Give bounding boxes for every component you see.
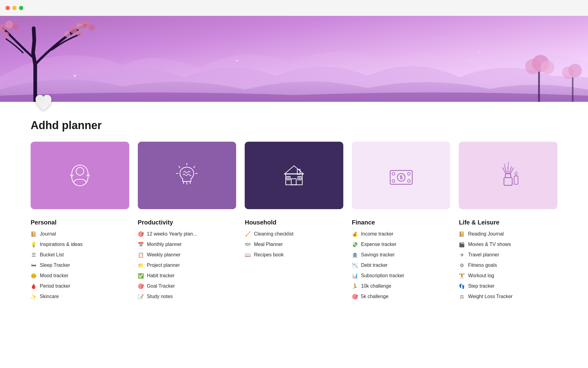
card-finance[interactable]: $ [352,142,450,209]
item-sleep-tracker[interactable]: 🛏 Sleep Tracker [31,260,129,270]
item-travel[interactable]: ✈ Travel planner [459,250,557,260]
expense-icon: 💸 [352,241,358,247]
item-step-label: Step tracker [468,283,494,289]
svg-line-26 [194,166,195,168]
svg-point-43 [392,180,395,182]
monthly-icon: 📅 [138,241,144,247]
weight-icon: ⚖ [459,293,465,300]
item-debt[interactable]: 📉 Debt tracker [352,260,450,270]
item-reading-journal[interactable]: 📔 Reading Journal [459,229,557,239]
card-productivity[interactable] [138,142,236,209]
item-yearly-plan[interactable]: 🎯 12 weeks Yearly plan... [138,229,236,239]
heart-avatar-icon [34,93,53,113]
item-income[interactable]: 💰 Income tracker [352,229,450,239]
svg-point-2 [76,23,83,30]
item-workout-log[interactable]: 🏋 Workout log [459,271,557,281]
item-cleaning[interactable]: 🧹 Cleaning checklist [245,229,343,239]
goal-icon: 🎯 [138,283,144,289]
step-icon: 👣 [459,283,465,289]
item-inspirations[interactable]: 💡 Inspirations & ideas [31,240,129,249]
item-savings[interactable]: 🏦 Savings tracker [352,250,450,260]
item-subscription[interactable]: 📊 Subscription tracker [352,271,450,281]
item-inspirations-label: Inspirations & ideas [40,242,83,247]
svg-rect-31 [291,179,296,185]
item-weight-loss[interactable]: ⚖ Weight Loss Tracker [459,292,557,301]
item-monthly-planner[interactable]: 📅 Monthly planner [138,240,236,249]
item-monthly-label: Monthly planner [147,242,182,247]
minimize-button[interactable] [12,6,17,10]
page-title: Adhd planner [31,119,557,132]
item-5k[interactable]: 🎯 5k challenge [352,292,450,301]
card-personal[interactable] [31,142,129,209]
item-journal-label: Journal [40,231,56,237]
item-subscription-label: Subscription tracker [361,273,404,278]
item-movies[interactable]: 🎬 Movies & TV shows [459,240,557,249]
item-weight-label: Weight Loss Tracker [468,294,513,299]
item-reading-label: Reading Journal [468,231,504,237]
journal-icon: 📔 [31,231,37,237]
inspirations-icon: 💡 [31,241,37,247]
reading-icon: 📔 [459,231,465,237]
item-travel-label: Travel planner [468,252,499,258]
item-expense-label: Expense tracker [361,242,397,247]
section-leisure: Life & Leisure 📔 Reading Journal 🎬 Movie… [459,219,557,301]
item-project-planner[interactable]: 📁 Project planner [138,260,236,270]
svg-rect-51 [514,176,518,184]
close-button[interactable] [6,6,10,10]
item-fitness-goals[interactable]: ⚙ Fitness goals [459,260,557,270]
fitness-goals-icon: ⚙ [459,262,465,268]
section-finance-title: Finance [352,219,450,226]
item-goal-label: Goal Tracker [147,283,175,289]
item-bucket-label: Bucket List [40,252,64,258]
hero-banner: ♥ ♥ ♥ ♥ [0,16,588,102]
svg-point-19 [568,64,582,77]
item-skincare[interactable]: ✨ Skincare [31,292,129,301]
item-recipes-label: Recipes book [254,252,284,258]
household-card-icon [280,162,308,189]
item-step-tracker[interactable]: 👣 Step tracker [459,281,557,291]
item-period-tracker[interactable]: 🩸 Period tracker [31,281,129,291]
bucket-list-icon: ☰ [31,252,37,258]
meal-icon: 🍽 [245,241,251,247]
item-journal[interactable]: 📔 Journal [31,229,129,239]
income-icon: 💰 [352,231,358,237]
item-recipes[interactable]: 📖 Recipes book [245,250,343,260]
svg-point-41 [392,172,395,175]
skincare-icon: ✨ [31,293,37,300]
productivity-card-icon [173,162,201,189]
item-bucket-list[interactable]: ☰ Bucket List [31,250,129,260]
item-project-label: Project planner [147,263,180,268]
yearly-plan-icon: 🎯 [138,231,144,237]
window-titlebar [0,0,588,16]
subscription-icon: 📊 [352,273,358,279]
item-goal-tracker[interactable]: 🎯 Goal Tracker [138,281,236,291]
svg-point-3 [89,25,95,31]
item-yearly-plan-label: 12 weeks Yearly plan... [147,231,197,237]
cleaning-icon: 🧹 [245,231,251,237]
movies-icon: 🎬 [459,241,465,247]
item-skincare-label: Skincare [40,294,59,299]
item-cleaning-label: Cleaning checklist [254,231,293,237]
card-leisure[interactable] [459,142,557,209]
period-icon: 🩸 [31,283,37,289]
svg-point-17 [541,61,554,74]
fullscreen-button[interactable] [19,6,23,10]
item-expense[interactable]: 💸 Expense tracker [352,240,450,249]
svg-point-44 [407,180,410,182]
item-period-label: Period tracker [40,283,70,289]
svg-rect-29 [286,174,302,185]
item-10k[interactable]: 🏃 10k challenge [352,281,450,291]
item-habit-label: Habit tracker [147,273,175,278]
svg-text:♥: ♥ [74,73,76,78]
item-meal-label: Meal Planner [254,242,283,247]
item-meal-planner[interactable]: 🍽 Meal Planner [245,240,343,249]
item-habit-tracker[interactable]: ✅ Habit tracker [138,271,236,281]
svg-point-20 [76,167,84,175]
5k-icon: 🎯 [352,293,358,300]
svg-point-8 [5,21,13,29]
item-weekly-planner[interactable]: 📋 Weekly planner [138,250,236,260]
item-mood-tracker[interactable]: 😊 Mood tracker [31,271,129,281]
svg-rect-45 [504,178,512,185]
card-household[interactable] [245,142,343,209]
item-study-notes[interactable]: 📝 Study notes [138,292,236,301]
